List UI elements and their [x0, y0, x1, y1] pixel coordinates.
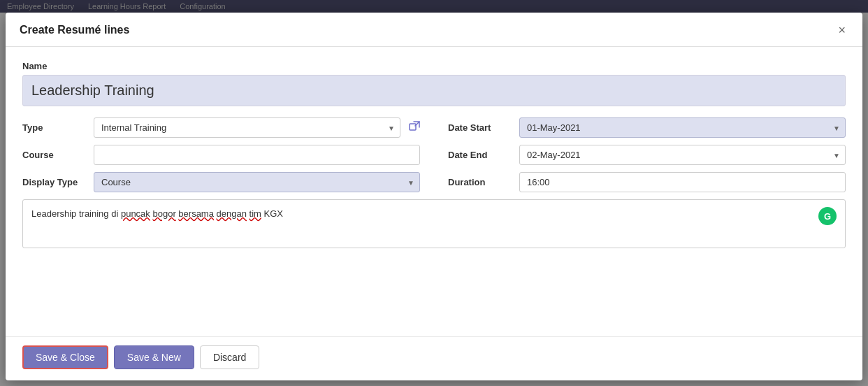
course-input-wrap: [94, 145, 420, 165]
name-label: Name: [22, 61, 846, 71]
course-label: Course: [22, 150, 85, 160]
modal-header: Create Resumé lines ×: [6, 13, 862, 47]
type-label: Type: [22, 122, 85, 133]
form-left-column: Type Internal Training ▼: [22, 117, 420, 192]
svg-rect-0: [410, 124, 416, 130]
display-type-select-wrap: Course ▼: [94, 172, 420, 192]
duration-wrap: [519, 172, 846, 192]
type-external-link-icon[interactable]: [409, 121, 420, 134]
form-right-column: Date Start ▼ Date End ▼ Durati: [448, 117, 846, 192]
save-new-button[interactable]: Save & New: [114, 345, 194, 369]
name-field-group: Name: [22, 61, 846, 106]
spell-word-bogor: bogor: [152, 208, 175, 219]
spell-word-puncak: puncak: [121, 208, 150, 219]
modal-body: Name Type Internal Training ▼: [6, 47, 862, 336]
type-select-wrap: Internal Training ▼: [94, 117, 400, 138]
form-two-column-row: Type Internal Training ▼: [22, 117, 846, 192]
discard-button[interactable]: Discard: [200, 345, 259, 369]
spell-word-bersama: bersama: [178, 208, 214, 219]
display-type-field: Display Type Course ▼: [22, 172, 420, 192]
description-text: Leadership training di puncak bogor bers…: [31, 207, 813, 221]
modal-title: Create Resumé lines: [20, 24, 129, 36]
date-start-label: Date Start: [448, 122, 511, 133]
date-start-wrap: ▼: [519, 117, 846, 138]
duration-input[interactable]: [519, 172, 846, 192]
display-type-label: Display Type: [22, 177, 85, 187]
description-area[interactable]: Leadership training di puncak bogor bers…: [22, 199, 846, 248]
type-select[interactable]: Internal Training: [94, 117, 400, 138]
course-field: Course: [22, 145, 420, 165]
type-field: Type Internal Training ▼: [22, 117, 420, 138]
modal-footer: Save & Close Save & New Discard: [6, 336, 862, 380]
date-end-input[interactable]: [519, 145, 846, 165]
spell-word-tim: tim: [249, 208, 261, 219]
display-type-select[interactable]: Course: [94, 172, 420, 192]
grammarly-icon[interactable]: G: [818, 207, 837, 225]
spell-word-dengan: dengan: [217, 208, 247, 219]
date-start-input[interactable]: [519, 117, 846, 138]
duration-field: Duration: [448, 172, 846, 192]
course-input[interactable]: [94, 145, 420, 165]
save-close-button[interactable]: Save & Close: [22, 345, 108, 369]
date-end-field: Date End ▼: [448, 145, 846, 165]
date-start-field: Date Start ▼: [448, 117, 846, 138]
create-resume-lines-modal: Create Resumé lines × Name Type Internal…: [6, 13, 862, 380]
date-end-label: Date End: [448, 150, 511, 160]
name-input[interactable]: [22, 75, 846, 106]
modal-close-button[interactable]: ×: [835, 22, 848, 38]
date-end-wrap: ▼: [519, 145, 846, 165]
duration-label: Duration: [448, 177, 511, 187]
